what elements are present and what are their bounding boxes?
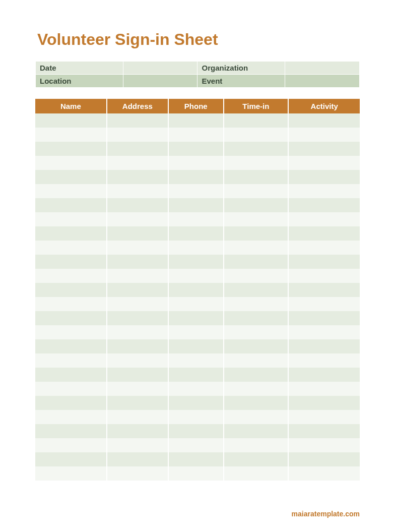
- cell-phone: [168, 452, 223, 466]
- table-row: [35, 438, 360, 452]
- cell-name: [35, 297, 107, 311]
- cell-name: [35, 339, 107, 353]
- cell-address: [107, 226, 168, 241]
- cell-timein: [224, 184, 289, 198]
- cell-activity: [288, 255, 360, 269]
- table-row: [35, 466, 360, 481]
- col-header-activity: Activity: [288, 99, 360, 113]
- cell-activity: [288, 424, 360, 438]
- cell-address: [107, 311, 168, 325]
- cell-address: [107, 198, 168, 212]
- cell-address: [107, 410, 168, 424]
- cell-timein: [224, 339, 289, 353]
- cell-activity: [288, 113, 360, 128]
- cell-timein: [224, 396, 289, 410]
- cell-phone: [168, 311, 223, 325]
- cell-name: [35, 142, 107, 156]
- cell-name: [35, 198, 107, 212]
- cell-address: [107, 438, 168, 452]
- info-row-location-event: Location Event: [36, 75, 360, 88]
- cell-phone: [168, 128, 223, 142]
- info-value-date: [123, 62, 198, 75]
- cell-name: [35, 156, 107, 170]
- cell-phone: [168, 353, 223, 368]
- cell-phone: [168, 283, 223, 297]
- cell-name: [35, 113, 107, 128]
- cell-timein: [224, 311, 289, 325]
- cell-activity: [288, 269, 360, 283]
- cell-name: [35, 184, 107, 198]
- cell-activity: [288, 452, 360, 466]
- cell-timein: [224, 128, 289, 142]
- cell-timein: [224, 424, 289, 438]
- info-label-event: Event: [198, 75, 285, 88]
- cell-activity: [288, 241, 360, 255]
- cell-address: [107, 382, 168, 396]
- info-value-organization: [285, 62, 360, 75]
- table-row: [35, 452, 360, 466]
- cell-timein: [224, 368, 289, 382]
- table-row: [35, 396, 360, 410]
- table-row: [35, 339, 360, 353]
- table-row: [35, 226, 360, 241]
- cell-address: [107, 339, 168, 353]
- cell-address: [107, 283, 168, 297]
- cell-phone: [168, 339, 223, 353]
- table-row: [35, 410, 360, 424]
- cell-phone: [168, 241, 223, 255]
- table-row: [35, 113, 360, 128]
- cell-name: [35, 170, 107, 184]
- cell-timein: [224, 255, 289, 269]
- cell-address: [107, 368, 168, 382]
- info-label-location: Location: [36, 75, 123, 88]
- cell-phone: [168, 410, 223, 424]
- cell-address: [107, 184, 168, 198]
- cell-timein: [224, 438, 289, 452]
- cell-phone: [168, 170, 223, 184]
- cell-address: [107, 452, 168, 466]
- cell-activity: [288, 156, 360, 170]
- cell-name: [35, 424, 107, 438]
- cell-phone: [168, 466, 223, 481]
- cell-name: [35, 311, 107, 325]
- cell-phone: [168, 156, 223, 170]
- cell-address: [107, 353, 168, 368]
- cell-name: [35, 241, 107, 255]
- cell-activity: [288, 142, 360, 156]
- cell-timein: [224, 410, 289, 424]
- cell-activity: [288, 368, 360, 382]
- cell-name: [35, 226, 107, 241]
- cell-activity: [288, 283, 360, 297]
- cell-timein: [224, 212, 289, 226]
- table-row: [35, 241, 360, 255]
- cell-timein: [224, 198, 289, 212]
- cell-address: [107, 325, 168, 339]
- table-row: [35, 311, 360, 325]
- cell-address: [107, 255, 168, 269]
- cell-activity: [288, 438, 360, 452]
- cell-timein: [224, 241, 289, 255]
- cell-activity: [288, 212, 360, 226]
- cell-activity: [288, 311, 360, 325]
- col-header-name: Name: [35, 99, 107, 113]
- cell-phone: [168, 142, 223, 156]
- signin-body: [35, 113, 360, 481]
- cell-activity: [288, 410, 360, 424]
- cell-phone: [168, 297, 223, 311]
- cell-activity: [288, 353, 360, 368]
- cell-phone: [168, 325, 223, 339]
- cell-address: [107, 297, 168, 311]
- cell-name: [35, 368, 107, 382]
- cell-phone: [168, 255, 223, 269]
- cell-name: [35, 438, 107, 452]
- cell-address: [107, 128, 168, 142]
- cell-phone: [168, 269, 223, 283]
- cell-name: [35, 396, 107, 410]
- cell-timein: [224, 283, 289, 297]
- info-label-organization: Organization: [198, 62, 285, 75]
- table-row: [35, 325, 360, 339]
- table-row: [35, 170, 360, 184]
- signin-table: Name Address Phone Time-in Activity: [35, 99, 360, 481]
- cell-timein: [224, 170, 289, 184]
- cell-address: [107, 241, 168, 255]
